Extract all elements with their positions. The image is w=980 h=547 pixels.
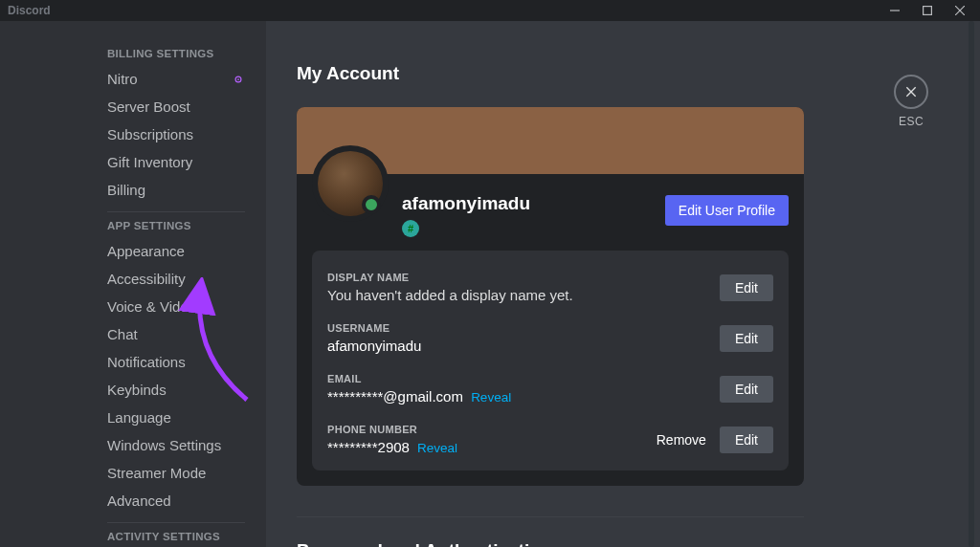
sidebar-item-gift-inventory[interactable]: Gift Inventory bbox=[84, 148, 256, 176]
profile-username: afamonyimadu bbox=[402, 193, 665, 214]
profile-card: afamonyimadu # Edit User Profile DISPLAY… bbox=[297, 107, 804, 486]
close-settings: ESC bbox=[894, 75, 928, 128]
field-label: USERNAME bbox=[327, 322, 720, 334]
sidebar-item-label: Voice & Video bbox=[107, 298, 196, 315]
field-username: USERNAME afamonyimadu Edit bbox=[327, 317, 773, 367]
remove-phone-button[interactable]: Remove bbox=[657, 432, 706, 448]
close-icon bbox=[903, 84, 919, 99]
sidebar-item-language[interactable]: Language bbox=[84, 404, 256, 431]
sidebar-item-chat[interactable]: Chat bbox=[84, 320, 256, 348]
sidebar-item-nitro[interactable]: Nitro bbox=[84, 65, 256, 93]
page-title: My Account bbox=[297, 63, 936, 84]
close-label: ESC bbox=[894, 115, 928, 128]
sidebar-item-label: Advanced bbox=[107, 492, 171, 509]
account-fields: DISPLAY NAME You haven't added a display… bbox=[312, 251, 789, 470]
sidebar-item-label: Keybinds bbox=[107, 382, 167, 398]
sidebar-item-accessibility[interactable]: Accessibility bbox=[84, 265, 256, 293]
password-auth-heading: Password and Authentication bbox=[297, 540, 936, 547]
sidebar-item-label: Gift Inventory bbox=[107, 154, 192, 170]
sidebar-divider bbox=[107, 211, 245, 212]
sidebar-item-label: Windows Settings bbox=[107, 437, 221, 453]
edit-phone-button[interactable]: Edit bbox=[720, 427, 773, 453]
sidebar-item-label: Appearance bbox=[107, 243, 185, 259]
reveal-phone-button[interactable]: Reveal bbox=[417, 441, 457, 455]
sidebar-item-label: Nitro bbox=[107, 71, 138, 87]
sidebar-item-windows-settings[interactable]: Windows Settings bbox=[84, 431, 256, 459]
content-divider bbox=[297, 516, 804, 517]
field-value: You haven't added a display name yet. bbox=[327, 287, 573, 303]
nitro-icon bbox=[232, 73, 245, 86]
settings-sidebar: BILLING SETTINGS Nitro Server Boost Subs… bbox=[0, 21, 266, 547]
field-label: PHONE NUMBER bbox=[327, 424, 657, 435]
online-status-icon bbox=[362, 195, 381, 214]
field-value: **********@gmail.com bbox=[327, 388, 463, 405]
edit-username-button[interactable]: Edit bbox=[720, 325, 773, 352]
edit-email-button[interactable]: Edit bbox=[720, 376, 773, 403]
sidebar-item-subscriptions[interactable]: Subscriptions bbox=[84, 120, 256, 148]
window-controls bbox=[882, 2, 972, 19]
sidebar-item-label: Accessibility bbox=[107, 271, 186, 287]
sidebar-item-label: Chat bbox=[107, 326, 138, 342]
sidebar-divider bbox=[107, 522, 245, 523]
sidebar-item-billing[interactable]: Billing bbox=[84, 176, 256, 204]
field-phone: PHONE NUMBER *********2908 Reveal Remove… bbox=[327, 418, 773, 455]
sidebar-item-voice-video[interactable]: Voice & Video bbox=[84, 293, 256, 320]
svg-rect-1 bbox=[924, 7, 932, 15]
avatar[interactable] bbox=[312, 145, 389, 222]
app-name: Discord bbox=[8, 4, 51, 17]
sidebar-item-notifications[interactable]: Notifications bbox=[84, 348, 256, 376]
reveal-email-button[interactable]: Reveal bbox=[471, 390, 511, 405]
window-titlebar: Discord bbox=[0, 0, 980, 21]
window-minimize-button[interactable] bbox=[882, 2, 907, 19]
edit-display-name-button[interactable]: Edit bbox=[720, 274, 773, 301]
sidebar-item-label: Subscriptions bbox=[107, 126, 193, 142]
sidebar-item-label: Server Boost bbox=[107, 98, 190, 115]
window-close-button[interactable] bbox=[947, 2, 972, 19]
sidebar-item-server-boost[interactable]: Server Boost bbox=[84, 93, 256, 120]
scrollbar[interactable] bbox=[969, 21, 974, 547]
sidebar-item-keybinds[interactable]: Keybinds bbox=[84, 376, 256, 404]
window-maximize-button[interactable] bbox=[915, 2, 940, 19]
close-button[interactable] bbox=[894, 75, 928, 109]
sidebar-section-activity: ACTIVITY SETTINGS bbox=[107, 531, 256, 542]
field-label: DISPLAY NAME bbox=[327, 272, 720, 283]
field-display-name: DISPLAY NAME You haven't added a display… bbox=[327, 266, 773, 317]
sidebar-item-advanced[interactable]: Advanced bbox=[84, 487, 256, 514]
field-email: EMAIL **********@gmail.com Reveal Edit bbox=[327, 367, 773, 418]
sidebar-item-appearance[interactable]: Appearance bbox=[84, 237, 256, 265]
sidebar-section-app: APP SETTINGS bbox=[107, 220, 256, 231]
field-value: afamonyimadu bbox=[327, 338, 421, 354]
sidebar-item-label: Language bbox=[107, 409, 171, 426]
svg-point-5 bbox=[237, 78, 239, 80]
hashtag-badge-icon: # bbox=[402, 220, 419, 237]
field-label: EMAIL bbox=[327, 373, 720, 384]
sidebar-section-billing: BILLING SETTINGS bbox=[107, 48, 256, 59]
main-content: ESC My Account afamonyimadu # bbox=[266, 21, 980, 547]
field-value: *********2908 bbox=[327, 439, 410, 455]
sidebar-item-label: Billing bbox=[107, 182, 145, 198]
sidebar-item-label: Streamer Mode bbox=[107, 465, 206, 481]
edit-user-profile-button[interactable]: Edit User Profile bbox=[665, 195, 789, 226]
sidebar-item-label: Notifications bbox=[107, 354, 186, 370]
sidebar-item-streamer-mode[interactable]: Streamer Mode bbox=[84, 459, 256, 487]
